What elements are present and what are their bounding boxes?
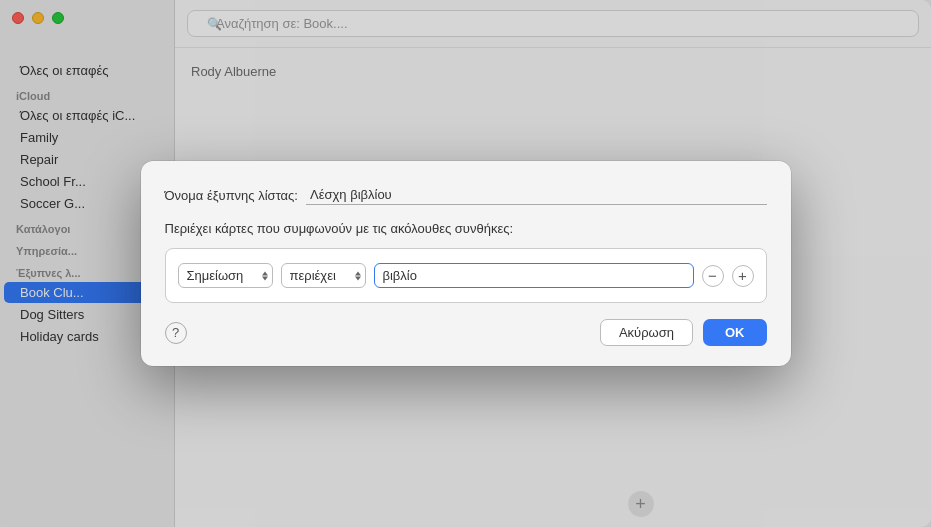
ok-button[interactable]: OK bbox=[703, 319, 767, 346]
field-select-wrapper: Σημείωση bbox=[178, 263, 273, 288]
dialog-name-label: Όνομα έξυπνης λίστας: bbox=[165, 188, 298, 203]
dialog-condition-label: Περιέχει κάρτες που συμφωνούν με τις ακό… bbox=[165, 221, 767, 236]
operator-select-wrapper: περιέχει bbox=[281, 263, 366, 288]
cancel-button[interactable]: Ακύρωση bbox=[600, 319, 693, 346]
dialog-name-row: Όνομα έξυπνης λίστας: bbox=[165, 185, 767, 205]
remove-condition-button[interactable]: − bbox=[702, 265, 724, 287]
condition-box: Σημείωση περιέχει bbox=[165, 248, 767, 303]
condition-row: Σημείωση περιέχει bbox=[178, 263, 754, 288]
footer-actions: Ακύρωση OK bbox=[600, 319, 767, 346]
add-condition-button[interactable]: + bbox=[732, 265, 754, 287]
dialog-name-input[interactable] bbox=[306, 185, 767, 205]
help-button[interactable]: ? bbox=[165, 322, 187, 344]
modal-overlay: Όνομα έξυπνης λίστας: Περιέχει κάρτες πο… bbox=[0, 0, 931, 527]
dialog-footer: ? Ακύρωση OK bbox=[165, 319, 767, 346]
condition-value-input[interactable] bbox=[374, 263, 694, 288]
field-select[interactable]: Σημείωση bbox=[178, 263, 273, 288]
operator-select[interactable]: περιέχει bbox=[281, 263, 366, 288]
smart-list-dialog: Όνομα έξυπνης λίστας: Περιέχει κάρτες πο… bbox=[141, 161, 791, 366]
